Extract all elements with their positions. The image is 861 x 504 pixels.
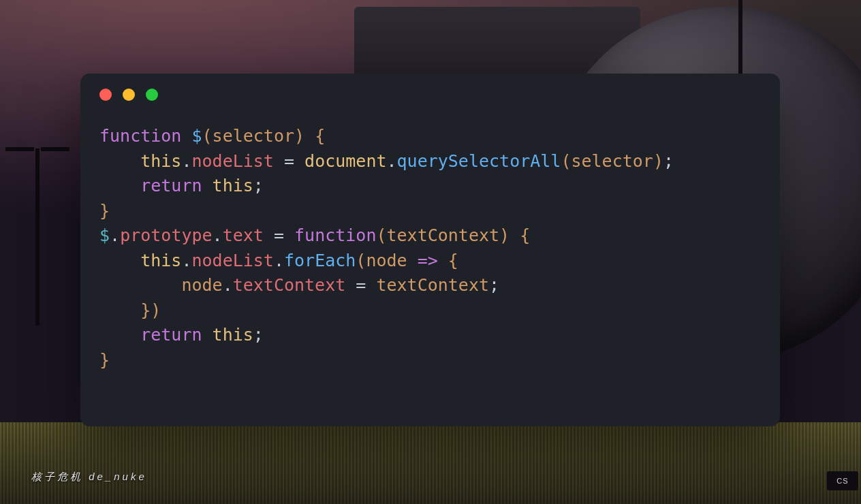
code-token: nodeList [192,251,274,270]
code-token: this [213,325,253,345]
code-token: ; [489,275,499,295]
code-token: = [264,225,294,245]
code-token: $ [99,225,110,245]
code-token: ) [653,151,663,171]
code-token: . [110,225,120,245]
code-token: document [304,151,386,171]
code-block[interactable]: function $(selector) { this.nodeList = d… [99,124,761,373]
traffic-light-close[interactable] [99,89,112,101]
code-token: . [181,251,191,270]
wallpaper-logo: CS [827,471,858,490]
wallpaper-antenna [738,0,742,78]
traffic-lights [99,89,761,101]
code-token: textContext [387,225,500,245]
code-token: { [315,126,325,146]
code-snippet-window: function $(selector) { this.nodeList = d… [80,74,780,426]
code-token: text [223,225,264,245]
code-token: . [223,275,233,295]
code-token: this [213,176,253,195]
code-token: { [520,225,530,245]
code-token: }) [140,300,161,320]
code-token: $ [191,126,202,146]
code-token: nodeList [192,151,274,171]
code-token: return [140,176,212,195]
code-token [99,275,181,295]
code-token: ; [663,151,674,171]
code-token: } [99,350,110,370]
code-token: ) [499,225,520,245]
code-token: } [99,201,110,221]
wallpaper-caption: 核子危机 de_nuke [31,471,147,484]
traffic-light-minimize[interactable] [123,89,135,101]
wallpaper-light-pole [35,148,40,326]
code-token [99,176,140,195]
code-token: textContext [376,275,489,295]
traffic-light-zoom[interactable] [146,89,158,101]
code-token: selector [571,151,653,171]
wallpaper-ground [0,422,861,504]
code-token: textContext [233,275,346,295]
code-token [99,151,140,171]
code-token: ( [376,225,386,245]
code-token: prototype [120,225,212,245]
code-token: function [99,126,191,146]
code-token: { [448,251,458,270]
code-token: . [181,151,191,171]
code-token: forEach [284,251,356,270]
code-token: ) [294,126,315,146]
code-token [99,300,140,320]
code-token [99,251,140,270]
code-token: return [140,325,212,345]
code-token: function [294,225,376,245]
code-token: ; [253,176,264,195]
code-token: ( [561,151,571,171]
code-token: . [213,225,223,245]
code-token: . [274,251,284,270]
code-token: = [345,275,376,295]
code-token: querySelectorAll [397,151,561,171]
code-token: this [140,151,181,171]
code-token: => [407,251,448,270]
code-token: ; [253,325,264,345]
code-token: node [181,275,222,295]
code-token: = [274,151,304,171]
code-token: ( [356,251,366,270]
code-token: this [140,251,181,270]
code-token: ( [202,126,213,146]
code-token: selector [213,126,294,146]
code-token [99,325,140,345]
code-token: . [387,151,397,171]
code-token: node [366,251,407,270]
